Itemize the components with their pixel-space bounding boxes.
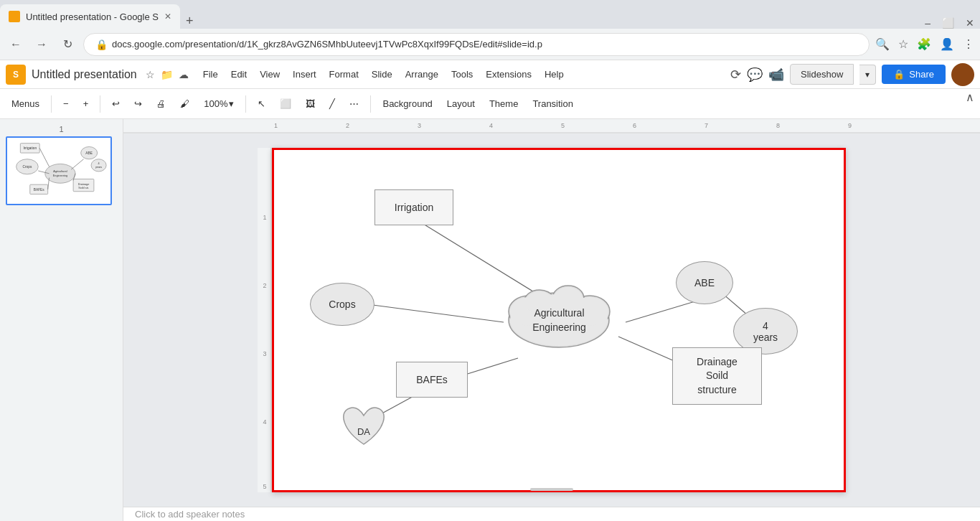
svg-line-17: [39, 148, 49, 166]
zoom-out-button[interactable]: −: [57, 95, 75, 112]
app-header: S Untitled presentation ☆ 📁 ☁ File Edit …: [0, 60, 980, 89]
scroll-indicator: [530, 488, 573, 491]
minimize-button[interactable]: –: [925, 17, 930, 29]
cloud-icon[interactable]: ☁: [179, 69, 189, 80]
star-icon[interactable]: ☆: [146, 69, 155, 80]
shape-tool[interactable]: ⬜: [274, 95, 297, 112]
svg-text:BAFEs: BAFEs: [34, 188, 44, 192]
app-logo: S: [6, 65, 26, 85]
horizontal-ruler: 1 2 3 4 5 6 7 8 9: [123, 119, 980, 133]
paint-format-button[interactable]: 🖌: [174, 95, 195, 112]
slide-number: 1: [6, 125, 117, 133]
slideshow-dropdown-button[interactable]: ▾: [859, 65, 876, 85]
menu-format[interactable]: Format: [324, 66, 364, 83]
svg-text:years: years: [95, 166, 102, 169]
app-title-icons: ☆ 📁 ☁: [146, 69, 189, 80]
menus-button[interactable]: Menus: [6, 95, 45, 112]
share-button[interactable]: 🔒 Share: [882, 65, 946, 84]
menu-icon[interactable]: ⋮: [963, 37, 974, 51]
svg-text:2: 2: [263, 282, 266, 289]
back-button[interactable]: ←: [6, 34, 26, 55]
new-tab-button[interactable]: +: [180, 14, 199, 29]
zoom-select-button[interactable]: 100% ▾: [198, 95, 240, 112]
cursor-tool[interactable]: ↖: [252, 95, 271, 112]
toolbar-collapse-button[interactable]: ∧: [966, 90, 974, 104]
svg-line-44: [626, 301, 697, 322]
irrigation-node[interactable]: Irrigation: [374, 189, 453, 225]
window-controls: – ⬜ ✕: [925, 17, 980, 29]
menu-edit[interactable]: Edit: [225, 66, 253, 83]
menu-arrange[interactable]: Arrange: [400, 66, 444, 83]
drainage-node[interactable]: Drainage Soild structure: [672, 347, 762, 405]
svg-line-46: [618, 337, 676, 362]
bookmark-icon[interactable]: ☆: [898, 37, 908, 51]
menu-slide[interactable]: Slide: [366, 66, 398, 83]
theme-button[interactable]: Theme: [484, 95, 524, 112]
svg-text:Engineering: Engineering: [53, 174, 67, 177]
folder-icon[interactable]: 📁: [161, 69, 173, 80]
tab-close-button[interactable]: ✕: [164, 11, 171, 22]
svg-text:2: 2: [346, 122, 349, 129]
refresh-button[interactable]: ↻: [57, 34, 77, 55]
ag-engineering-node[interactable]: AgriculturalEngineering: [496, 283, 622, 358]
search-icon[interactable]: 🔍: [875, 37, 890, 51]
svg-rect-33: [258, 148, 272, 492]
profile-icon[interactable]: 👤: [940, 37, 954, 51]
address-input[interactable]: 🔒 docs.google.com/presentation/d/1K_gkrz…: [83, 33, 870, 56]
zoom-dropdown-icon: ▾: [229, 98, 234, 109]
menu-extensions[interactable]: Extensions: [480, 66, 537, 83]
bafes-node[interactable]: BAFEs: [396, 362, 468, 398]
maximize-button[interactable]: ⬜: [942, 17, 954, 29]
svg-text:5: 5: [263, 483, 266, 490]
svg-text:Soild str.: Soild str.: [78, 187, 89, 189]
svg-text:5: 5: [561, 122, 565, 129]
svg-text:Agricultural: Agricultural: [53, 170, 67, 173]
slide-canvas[interactable]: Irrigation ABE 4 years Crops: [272, 148, 846, 492]
svg-text:Drainage: Drainage: [78, 183, 90, 186]
tab-favicon: [9, 11, 20, 22]
app-menu-bar: File Edit View Insert Format Slide Arran…: [197, 66, 570, 83]
svg-line-42: [461, 358, 518, 376]
active-tab[interactable]: Untitled presentation - Google S ✕: [0, 4, 180, 29]
canvas-area[interactable]: 1 2 3 4 5 6 7 8 9 1 2 3 4: [123, 119, 980, 521]
da-node[interactable]: DA: [335, 401, 392, 455]
svg-line-20: [71, 159, 83, 169]
toolbar-separator-3: [245, 95, 246, 113]
more-shapes-tool[interactable]: ⋯: [344, 95, 364, 112]
menu-tools[interactable]: Tools: [446, 66, 479, 83]
slide-thumbnail[interactable]: Irrigation Crops Agricultural Engineerin…: [6, 136, 112, 205]
line-tool[interactable]: ╱: [324, 95, 341, 112]
crops-node[interactable]: Crops: [310, 283, 374, 326]
extension-icon[interactable]: 🧩: [917, 37, 931, 51]
image-tool[interactable]: 🖼: [300, 95, 321, 112]
zoom-in-button[interactable]: +: [77, 95, 95, 112]
slideshow-button[interactable]: Slideshow: [790, 64, 854, 85]
vertical-ruler: 1 2 3 4 5: [258, 148, 272, 492]
speaker-notes-area[interactable]: Click to add speaker notes: [123, 507, 980, 521]
redo-button[interactable]: ↪: [128, 95, 148, 112]
app-title[interactable]: Untitled presentation: [32, 68, 137, 81]
abe-node[interactable]: ABE: [676, 261, 733, 304]
menu-help[interactable]: Help: [539, 66, 570, 83]
menu-insert[interactable]: Insert: [287, 66, 322, 83]
present-icon[interactable]: 📹: [768, 67, 784, 83]
tab-title: Untitled presentation - Google S: [26, 11, 159, 22]
layout-button[interactable]: Layout: [441, 95, 481, 112]
print-button[interactable]: 🖨: [151, 95, 171, 112]
user-avatar[interactable]: [951, 63, 974, 86]
share-lock-icon: 🔒: [893, 69, 905, 80]
forward-button[interactable]: →: [32, 34, 52, 55]
menu-file[interactable]: File: [197, 66, 224, 83]
header-right: ⟳ 💬 📹 Slideshow ▾ 🔒 Share: [730, 63, 974, 86]
close-button[interactable]: ✕: [966, 17, 974, 29]
background-button[interactable]: Background: [377, 95, 438, 112]
menu-view[interactable]: View: [254, 66, 286, 83]
comment-icon[interactable]: 💬: [747, 67, 763, 83]
svg-text:Crops: Crops: [23, 165, 32, 169]
transition-button[interactable]: Transition: [527, 95, 579, 112]
address-bar-row: ← → ↻ 🔒 docs.google.com/presentation/d/1…: [0, 29, 980, 60]
undo-button[interactable]: ↩: [106, 95, 126, 112]
history-icon[interactable]: ⟳: [730, 67, 741, 83]
svg-text:9: 9: [848, 122, 852, 129]
toolbar-separator-4: [370, 95, 371, 113]
